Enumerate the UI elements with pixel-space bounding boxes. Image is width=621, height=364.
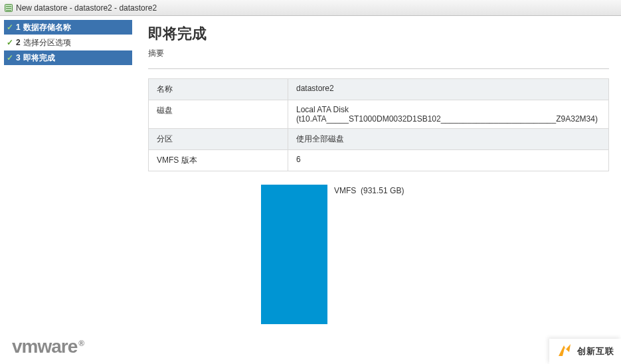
window-title: New datastore - datastore2 - datastore2 (16, 3, 157, 13)
wizard-steps: ✓ 1 数据存储名称 ✓ 2 选择分区选项 ✓ 3 即将完成 (0, 16, 136, 333)
svg-rect-1 (6, 6, 11, 7)
step-number: 3 (16, 53, 21, 62)
step-label: 选择分区选项 (23, 37, 130, 48)
table-row: VMFS 版本 6 (149, 150, 609, 171)
main-content: 即将完成 摘要 名称 datastore2 磁盘 Local ATA Disk … (136, 16, 621, 333)
step-label: 即将完成 (23, 52, 130, 64)
summary-key: 名称 (149, 79, 288, 100)
wizard-step-2[interactable]: ✓ 2 选择分区选项 (4, 35, 132, 50)
brand-icon (556, 343, 573, 360)
summary-value: 使用全部磁盘 (288, 129, 609, 150)
page-subtitle: 摘要 (148, 48, 609, 69)
brand-text: 创新互联 (577, 345, 614, 357)
datastore-icon (4, 3, 13, 13)
svg-rect-3 (6, 10, 11, 11)
check-icon: ✓ (5, 38, 15, 47)
step-label: 数据存储名称 (23, 22, 130, 33)
partition-label: VMFS (931.51 GB) (334, 186, 404, 195)
brand-badge: 创新互联 (549, 339, 621, 364)
titlebar: New datastore - datastore2 - datastore2 (0, 0, 621, 16)
summary-key: VMFS 版本 (149, 150, 288, 171)
svg-rect-2 (6, 8, 11, 9)
summary-value: datastore2 (288, 79, 609, 100)
summary-key: 磁盘 (149, 100, 288, 129)
wizard-step-1[interactable]: ✓ 1 数据存储名称 (4, 20, 132, 35)
summary-value: 6 (288, 150, 609, 171)
table-row: 磁盘 Local ATA Disk (t10.ATA_____ST1000DM0… (149, 100, 609, 129)
wizard-step-3[interactable]: ✓ 3 即将完成 (4, 50, 132, 65)
summary-table: 名称 datastore2 磁盘 Local ATA Disk (t10.ATA… (148, 78, 609, 171)
summary-key: 分区 (149, 129, 288, 150)
check-icon: ✓ (5, 53, 15, 62)
partition-visual: VMFS (931.51 GB) (148, 185, 609, 324)
summary-value: Local ATA Disk (t10.ATA_____ST1000DM0032… (288, 100, 609, 129)
check-icon: ✓ (5, 23, 15, 32)
vmware-logo: vmware® (12, 336, 84, 357)
partition-block (261, 185, 327, 324)
step-number: 1 (16, 23, 21, 32)
table-row: 名称 datastore2 (149, 79, 609, 100)
step-number: 2 (16, 38, 21, 47)
table-row: 分区 使用全部磁盘 (149, 129, 609, 150)
page-title: 即将完成 (148, 24, 609, 44)
